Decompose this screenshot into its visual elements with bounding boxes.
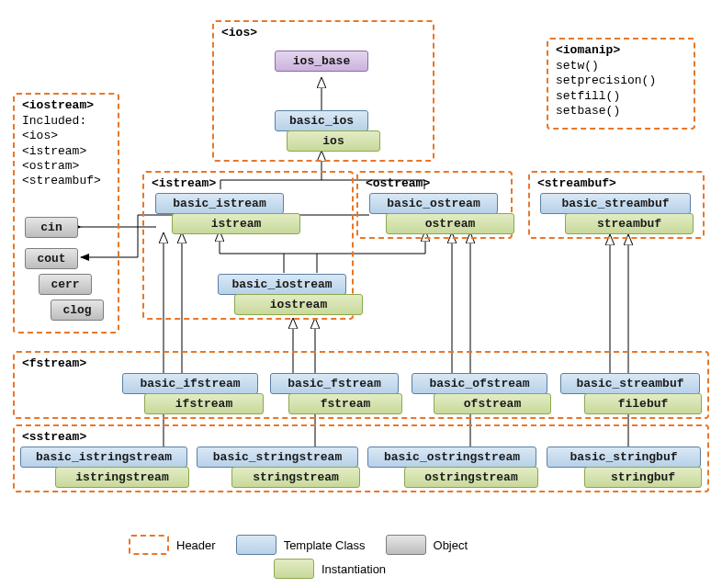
inst-fstream: fstream bbox=[288, 393, 402, 414]
iostream-line-4: <streambuf> bbox=[22, 174, 110, 188]
inst-stringbuf: stringbuf bbox=[584, 467, 702, 488]
header-streambuf-title: <streambuf> bbox=[537, 176, 695, 190]
class-basic-ifstream: basic_ifstream bbox=[122, 373, 258, 394]
header-sstream-title: <sstream> bbox=[22, 430, 700, 444]
iomanip-line-2: setfill() bbox=[556, 89, 686, 104]
class-basic-istream: basic_istream bbox=[155, 193, 284, 214]
obj-cerr: cerr bbox=[39, 274, 92, 295]
obj-cout: cout bbox=[25, 248, 78, 269]
legend-tclass-label: Template Class bbox=[284, 538, 366, 552]
class-basic-stringstream: basic_stringstream bbox=[197, 447, 358, 468]
inst-istream: istream bbox=[172, 213, 300, 234]
iomanip-line-0: setw() bbox=[556, 59, 686, 74]
header-iostream-title: <iostream> bbox=[22, 98, 110, 112]
class-basic-ostringstream: basic_ostringstream bbox=[367, 447, 536, 468]
class-basic-streambuf: basic_streambuf bbox=[540, 193, 691, 214]
legend-tclass: Template Class bbox=[236, 535, 366, 555]
legend-inst-label: Instantiation bbox=[322, 562, 386, 576]
legend: Header Template Class Object bbox=[129, 535, 468, 555]
legend-obj-label: Object bbox=[434, 538, 468, 552]
legend-obj: Object bbox=[386, 535, 468, 555]
legend-header-swatch bbox=[129, 535, 169, 555]
inst-ios: ios bbox=[287, 130, 380, 152]
inst-streambuf: streambuf bbox=[565, 213, 694, 234]
inst-stringstream: stringstream bbox=[231, 467, 360, 488]
legend-inst: Instantiation bbox=[274, 559, 386, 579]
header-ios-title: <ios> bbox=[221, 26, 425, 40]
legend-inst-swatch bbox=[274, 559, 314, 579]
class-basic-fstream: basic_fstream bbox=[270, 373, 399, 394]
class-basic-istringstream: basic_istringstream bbox=[20, 447, 187, 468]
class-ios-base: ios_base bbox=[275, 51, 368, 72]
class-basic-ostream: basic_ostream bbox=[369, 193, 498, 214]
header-fstream-title: <fstream> bbox=[22, 356, 700, 370]
header-istream-title: <istream> bbox=[152, 176, 344, 190]
class-basic-iostream: basic_iostream bbox=[218, 274, 346, 295]
inst-ifstream: ifstream bbox=[144, 393, 264, 414]
iostream-line-0: Included: bbox=[22, 114, 110, 129]
inst-iostream: iostream bbox=[234, 294, 363, 315]
inst-filebuf: filebuf bbox=[584, 393, 702, 414]
inst-ostringstream: ostringstream bbox=[404, 467, 538, 488]
legend-header-label: Header bbox=[176, 538, 216, 552]
legend-header: Header bbox=[129, 535, 216, 555]
header-ostream-title: <ostream> bbox=[366, 176, 503, 190]
header-iomanip: <iomanip> setw() setprecision() setfill(… bbox=[547, 38, 695, 130]
header-iomanip-title: <iomanip> bbox=[556, 43, 686, 57]
obj-clog: clog bbox=[51, 300, 104, 321]
iostream-line-3: <ostram> bbox=[22, 159, 110, 174]
obj-cin: cin bbox=[25, 217, 78, 238]
class-basic-ofstream: basic_ofstream bbox=[412, 373, 547, 394]
inst-ostream: ostream bbox=[386, 213, 514, 234]
iostream-line-1: <ios> bbox=[22, 129, 110, 143]
inst-ofstream: ofstream bbox=[434, 393, 551, 414]
inst-istringstream: istringstream bbox=[55, 467, 189, 488]
legend-obj-swatch bbox=[386, 535, 426, 555]
class-basic-ios: basic_ios bbox=[275, 110, 368, 131]
class-basic-filebuf-streambuf: basic_streambuf bbox=[560, 373, 700, 394]
class-basic-stringbuf: basic_stringbuf bbox=[547, 447, 701, 468]
header-iostream: <iostream> Included: <ios> <istream> <os… bbox=[13, 93, 119, 334]
legend-row2: Instantiation bbox=[274, 559, 386, 579]
legend-tclass-swatch bbox=[236, 535, 276, 555]
iostream-line-2: <istream> bbox=[22, 144, 110, 159]
iomanip-line-1: setprecision() bbox=[556, 74, 686, 88]
iomanip-line-3: setbase() bbox=[556, 104, 686, 119]
